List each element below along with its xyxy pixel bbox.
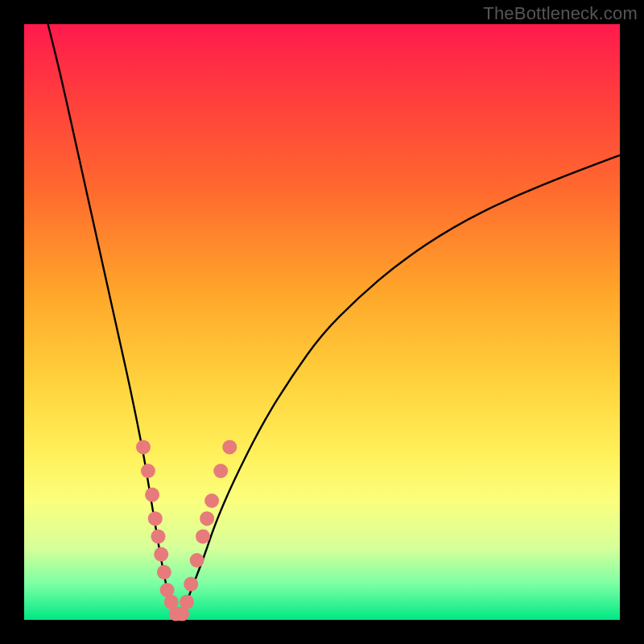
- data-marker: [151, 529, 166, 543]
- data-marker: [148, 511, 163, 526]
- data-marker: [184, 577, 198, 592]
- data-marker: [213, 464, 228, 478]
- watermark-text: TheBottleneck.com: [483, 3, 638, 24]
- data-marker: [141, 464, 155, 478]
- data-marker: [136, 440, 151, 454]
- data-marker: [204, 493, 219, 508]
- chart-frame: TheBottleneck.com: [0, 0, 644, 644]
- curve-right-branch: [179, 155, 620, 620]
- data-marker: [157, 565, 171, 580]
- chart-svg: [24, 24, 620, 620]
- data-marker: [196, 529, 210, 543]
- bottleneck-curve: [48, 24, 620, 620]
- plot-area: [24, 24, 620, 620]
- data-marker: [222, 440, 237, 454]
- data-marker: [180, 595, 194, 609]
- data-marker: [145, 488, 159, 502]
- marker-group: [136, 440, 237, 621]
- data-marker: [154, 547, 168, 562]
- data-marker: [200, 511, 214, 526]
- data-marker: [190, 553, 204, 568]
